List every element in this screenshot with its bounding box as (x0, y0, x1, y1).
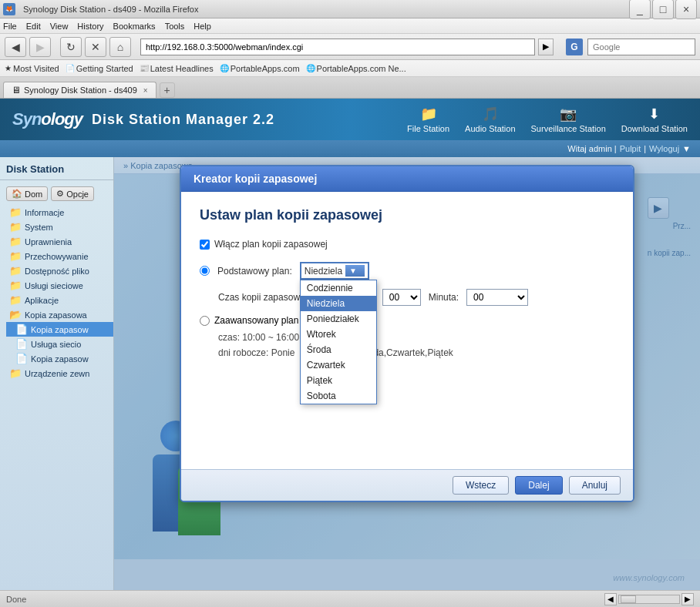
next-button[interactable]: Dalej (515, 476, 562, 495)
scroll-thumb[interactable] (621, 595, 636, 603)
sidebar-sub: 📄 Kopia zapasow 📄 Usługa siecio 📄 Kopia … (0, 322, 113, 366)
user-dropdown-arrow[interactable]: ▼ (682, 144, 691, 153)
wyloguj-link[interactable]: Wyloguj (649, 144, 679, 153)
tab-bar: 🖥 Synology Disk Station - ds409 × + (0, 77, 700, 99)
option-codziennie[interactable]: Codziennie (301, 280, 376, 296)
nav-file-station[interactable]: 📁 File Station (407, 106, 449, 133)
option-sobota[interactable]: Sobota (301, 388, 376, 404)
sidebar-item-uslugi[interactable]: 📁 Usługi sieciowe (0, 278, 113, 293)
back-button[interactable]: ◀ (5, 37, 26, 57)
time-to-select[interactable]: 00 (382, 289, 421, 306)
logo-ology: ology (41, 109, 82, 129)
bookmark-portableapps1[interactable]: 🌐 PortableApps.com (220, 64, 300, 73)
menu-tools[interactable]: Tools (165, 22, 185, 31)
wizard-dialog: Kreator kopii zapasowej Ustaw plan kopii… (180, 165, 634, 502)
synology-logo: Synology (12, 109, 82, 129)
new-tab-button[interactable]: + (160, 82, 175, 98)
tab-close-btn[interactable]: × (143, 86, 148, 95)
nav-surveillance-station[interactable]: 📷 Surveillance Station (531, 106, 606, 133)
menu-edit[interactable]: Edit (26, 22, 41, 31)
folder-icon: 📁 (9, 280, 22, 291)
statusbar: Done ◀ ▶ (0, 590, 700, 607)
main-area: Synology Disk Station Manager 2.2 📁 File… (0, 99, 700, 607)
day-dropdown-trigger[interactable]: Niedziela ▼ (300, 262, 369, 280)
bookmark-headlines[interactable]: 📰 Latest Headlines (140, 64, 214, 73)
menu-view[interactable]: View (50, 22, 69, 31)
basic-plan-radio[interactable] (200, 266, 210, 276)
sidebar-item-urzadzenie[interactable]: 📁 Urządzenie zewn (0, 366, 113, 381)
scroll-track[interactable] (618, 595, 680, 604)
back-button[interactable]: Wstecz (453, 476, 509, 495)
audio-station-icon: 🎵 (482, 106, 499, 122)
folder-icon: 📁 (9, 367, 22, 379)
dsm-nav-icons: 📁 File Station 🎵 Audio Station 📷 Surveil… (407, 106, 688, 133)
pulpit-link[interactable]: Pulpit (620, 144, 641, 153)
minute-select[interactable]: 00 (466, 289, 528, 306)
day-dropdown[interactable]: Niedziela ▼ Codziennie Niedziela Poniedz… (300, 262, 369, 280)
wizard-title: Ustaw plan kopii zapasowej (200, 207, 614, 223)
star-icon: ★ (5, 64, 12, 72)
scroll-left-btn[interactable]: ◀ (604, 593, 617, 605)
day-dropdown-list: Codziennie Niedziela Poniedziałek Wtorek… (300, 280, 377, 404)
day-dropdown-value: Niedziela (305, 266, 342, 277)
download-station-icon: ⬇ (648, 106, 660, 122)
option-czwartek[interactable]: Czwartek (301, 357, 376, 373)
forward-button[interactable]: ▶ (29, 37, 51, 57)
bookmark-most-visited[interactable]: ★ Most Visited (5, 64, 59, 73)
menu-bookmarks[interactable]: Bookmarks (113, 22, 156, 31)
sidebar: Disk Station 🏠 Dom ⚙ Opcje 📁 Informacje … (0, 157, 114, 590)
cancel-button[interactable]: Anuluj (569, 476, 621, 495)
logo-syn: Syn (12, 109, 41, 129)
option-wtorek[interactable]: Wtorek (301, 327, 376, 342)
refresh-button[interactable]: ↻ (60, 37, 82, 57)
minimize-btn[interactable]: _ (629, 0, 651, 19)
surveillance-icon: 📷 (560, 106, 577, 122)
enable-plan-checkbox[interactable] (200, 240, 210, 250)
sidebar-item-uprawnienia[interactable]: 📁 Uprawnienia (0, 234, 113, 249)
sidebar-item-kopia-sub2[interactable]: 📄 Kopia zapasow (6, 351, 113, 366)
menu-help[interactable]: Help (194, 22, 211, 31)
bookmark-portableapps2[interactable]: 🌐 PortableApps.com Ne... (306, 64, 406, 73)
option-piatek[interactable]: Piątek (301, 373, 376, 388)
nav-audio-station[interactable]: 🎵 Audio Station (465, 106, 515, 133)
search-input[interactable] (587, 39, 695, 55)
address-bar[interactable] (140, 39, 535, 55)
bookmark-getting-started[interactable]: 📄 Getting Started (66, 64, 133, 73)
stop-button[interactable]: ✕ (85, 37, 106, 57)
wizard-body: Ustaw plan kopii zapasowej Włącz plan ko… (181, 192, 633, 469)
folder-icon: 📁 (9, 221, 22, 233)
maximize-btn[interactable]: □ (652, 0, 674, 19)
info-days: dni robocze: Ponie Środa,Czwartek,Piątek (218, 347, 614, 358)
synology-watermark: www.synology.com (613, 573, 685, 582)
sidebar-item-kopia-sub1[interactable]: 📄 Kopia zapasow (6, 322, 113, 337)
doc-icon: 📄 (15, 353, 28, 364)
sidebar-item-dostepnosc[interactable]: 📁 Dostępność pliko (0, 263, 113, 278)
sidebar-item-aplikacje[interactable]: 📁 Aplikacje (0, 293, 113, 307)
advanced-plan-radio[interactable] (200, 316, 210, 326)
option-sroda[interactable]: Środa (301, 342, 376, 357)
basic-plan-row: Podstawowy plan: Niedziela ▼ Codziennie (200, 262, 614, 280)
portableapps2-icon: 🌐 (306, 64, 315, 72)
close-btn[interactable]: × (675, 0, 697, 19)
menu-history[interactable]: History (77, 22, 103, 31)
tab-diskstation[interactable]: 🖥 Synology Disk Station - ds409 × (3, 82, 156, 98)
option-niedziela[interactable]: Niedziela (301, 296, 376, 311)
option-poniedzialek[interactable]: Poniedziałek (301, 311, 376, 327)
menu-file[interactable]: File (3, 22, 17, 31)
sidebar-item-system[interactable]: 📁 System (0, 220, 113, 234)
sidebar-item-przechowywanie[interactable]: 📁 Przechowywanie (0, 249, 113, 263)
home-button[interactable]: 🏠 Dom (6, 186, 48, 201)
sidebar-item-usluga-sub[interactable]: 📄 Usługa siecio (6, 337, 113, 351)
sidebar-item-kopia-zapasowa[interactable]: 📂 Kopia zapasowa (0, 307, 113, 322)
sidebar-item-informacje[interactable]: 📁 Informacje (0, 205, 113, 220)
sidebar-title: Disk Station (0, 160, 113, 180)
browser-icon: 🦊 (3, 3, 15, 15)
nav-download-station[interactable]: ⬇ Download Station (621, 106, 688, 133)
dropdown-arrow-icon[interactable]: ▼ (345, 265, 365, 277)
search-engine-icon: G (566, 39, 583, 55)
home-button[interactable]: ⌂ (109, 37, 131, 57)
go-button[interactable]: ▶ (538, 39, 554, 55)
folder-icon: 📁 (9, 206, 22, 218)
options-button[interactable]: ⚙ Opcje (51, 186, 94, 201)
scroll-right-btn[interactable]: ▶ (681, 593, 694, 605)
